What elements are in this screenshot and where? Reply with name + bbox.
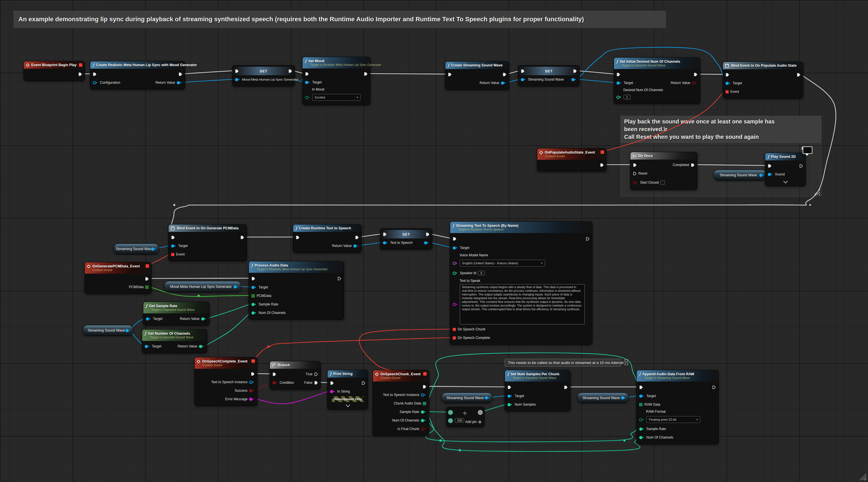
pin-numsamples[interactable] xyxy=(507,403,513,406)
bubble-icon[interactable] xyxy=(624,362,628,365)
node-div[interactable]: ÷100Add pin⊕ xyxy=(446,407,485,427)
pin-var[interactable] xyxy=(235,78,240,81)
pin-event[interactable] xyxy=(725,90,728,93)
pin-event[interactable] xyxy=(171,253,174,256)
variable-pill-p5[interactable]: Streaming Sound Wave xyxy=(577,393,629,403)
variable-pill-p4[interactable]: Streaming Sound Wave xyxy=(441,393,493,403)
delegate-pin[interactable] xyxy=(600,150,604,154)
pin-exec[interactable] xyxy=(179,72,182,76)
pin-inst[interactable] xyxy=(421,393,426,397)
pin-target[interactable] xyxy=(639,395,645,398)
pin-rawdata[interactable] xyxy=(639,403,643,406)
dropdown[interactable]: Excited▾ xyxy=(312,94,361,101)
text-to-speak-box[interactable]: Streaming synthesis output begins with a… xyxy=(460,284,585,325)
node-smv[interactable]: SETMood Meta Human Lip Sync Generator xyxy=(232,65,295,86)
pin-rv[interactable] xyxy=(201,318,207,321)
chevron-down-icon[interactable] xyxy=(345,402,350,407)
node-pstr[interactable]: ƒPrint StringIn StringDevelopment Only xyxy=(327,370,368,410)
value-field[interactable]: 1 xyxy=(624,95,630,99)
pin-rv[interactable] xyxy=(199,345,205,348)
node-araw[interactable]: ƒAppend Audio Data From RAWTarget is Str… xyxy=(637,370,719,444)
wire-blue[interactable] xyxy=(430,242,452,247)
wire-white[interactable] xyxy=(255,373,271,374)
wire-white[interactable] xyxy=(368,73,447,74)
add-pin-button[interactable]: Add pin⊕ xyxy=(465,420,482,424)
pin-exec[interactable] xyxy=(296,236,300,239)
pin-sound[interactable] xyxy=(768,173,773,176)
pin-exec[interactable] xyxy=(507,386,511,389)
node-esc[interactable]: OnSpeechComplete_EventCustom EventText t… xyxy=(194,357,257,406)
node-bpcm[interactable]: Bind Event to On Generate PCMDataTargetE… xyxy=(168,224,247,261)
pin-error[interactable] xyxy=(249,398,255,401)
pin-out[interactable] xyxy=(759,174,765,177)
wire-white[interactable] xyxy=(430,234,452,238)
wire-teal[interactable] xyxy=(205,312,250,346)
pin-in1[interactable] xyxy=(449,411,452,414)
delegate-pin[interactable] xyxy=(423,372,427,375)
node-epcm[interactable]: OnGeneratePCMData_EventCustom EventPCMDa… xyxy=(85,262,152,294)
pin-out[interactable] xyxy=(151,247,157,251)
node-stts-set[interactable]: SETText to Speech xyxy=(380,229,432,249)
pin-exec[interactable] xyxy=(171,236,175,239)
node-snsc[interactable]: ƒSet Num Samples Per ChunkTarget is Impo… xyxy=(505,370,570,411)
pin-in2[interactable] xyxy=(449,419,452,422)
pin-exec[interactable] xyxy=(633,163,637,167)
pin-target[interactable] xyxy=(171,244,177,247)
variable-pill-p3[interactable]: Streaming Sound Wave xyxy=(83,325,133,336)
pin-exec[interactable] xyxy=(273,372,276,376)
pin-rv[interactable] xyxy=(177,81,182,84)
pin-voice[interactable] xyxy=(453,262,458,265)
pin-samplerate[interactable] xyxy=(421,411,426,414)
value-field[interactable]: 100 xyxy=(455,418,464,423)
pin-startclosed[interactable] xyxy=(633,181,639,184)
pin-exec[interactable] xyxy=(768,164,772,168)
pin-var[interactable] xyxy=(571,78,577,81)
pin-complete[interactable] xyxy=(453,336,456,339)
pin-var[interactable] xyxy=(383,241,388,244)
wire-white[interactable] xyxy=(695,164,767,165)
pin-rv[interactable] xyxy=(501,82,506,85)
wire-red[interactable] xyxy=(359,329,452,373)
pin-success[interactable] xyxy=(249,389,255,392)
pin-numch[interactable] xyxy=(251,311,257,314)
pin-target[interactable] xyxy=(251,286,257,289)
pin-numch[interactable] xyxy=(639,436,645,439)
pin-exec[interactable] xyxy=(600,163,604,167)
pin-execout[interactable] xyxy=(586,237,590,241)
pin-pcm[interactable] xyxy=(145,285,149,289)
pin-target[interactable] xyxy=(305,81,311,84)
pin-out[interactable] xyxy=(478,411,482,414)
pin-false[interactable] xyxy=(314,381,318,385)
wire-darkred[interactable] xyxy=(255,382,271,390)
chevron-down-icon[interactable] xyxy=(783,179,788,183)
node-br[interactable]: BranchTrueConditionFalse xyxy=(270,361,321,389)
pin-exec[interactable] xyxy=(93,72,96,76)
pin-target[interactable] xyxy=(145,345,150,348)
wire-teal[interactable] xyxy=(207,304,250,319)
pin-inst[interactable] xyxy=(249,381,255,384)
pin-out[interactable] xyxy=(125,329,131,332)
pin-comment-icon[interactable] xyxy=(624,359,628,362)
wire-blue[interactable] xyxy=(359,242,382,245)
wire-white[interactable] xyxy=(359,234,382,237)
node-pad[interactable]: ƒProcess Audio DataTarget is Realistic M… xyxy=(249,261,344,320)
node-opa[interactable]: OnPopulateAudioState_EventCustom Event xyxy=(537,148,607,172)
wire-white[interactable] xyxy=(427,386,506,387)
pin-target[interactable] xyxy=(725,82,731,85)
pin-exec[interactable] xyxy=(639,386,643,389)
node-sidc[interactable]: ƒSet Initial Desired Num Of ChannelsTarg… xyxy=(614,57,700,104)
pin-exec[interactable] xyxy=(240,236,244,239)
pin-rawformat[interactable] xyxy=(639,418,645,421)
pin-out[interactable] xyxy=(621,396,626,399)
pin-exec[interactable] xyxy=(564,386,568,389)
pin-samplerate[interactable] xyxy=(639,427,645,431)
node-smood[interactable]: ƒSet MoodTarget is Realistic Meta Human … xyxy=(302,57,370,105)
pin-exec[interactable] xyxy=(797,73,801,77)
pin-reset[interactable] xyxy=(633,172,637,175)
node-gnc[interactable]: ƒGet Number Of ChannelsTarget is Importe… xyxy=(142,329,207,353)
pin-numch[interactable] xyxy=(421,419,426,422)
wire-white[interactable] xyxy=(183,71,234,74)
wire-white[interactable] xyxy=(698,74,724,74)
pin-execout[interactable] xyxy=(799,164,803,168)
pin-instring[interactable] xyxy=(330,390,336,393)
